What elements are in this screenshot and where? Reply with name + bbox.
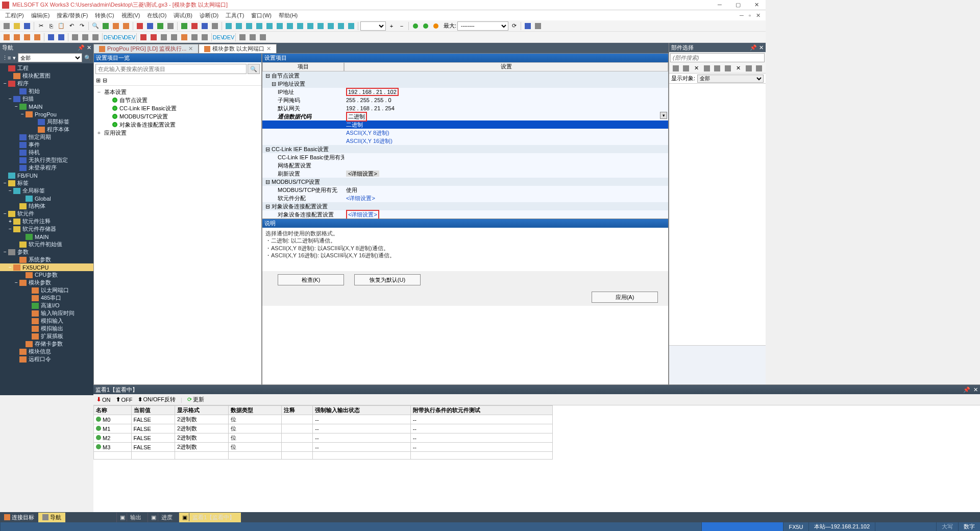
t2-j-icon[interactable] [139,33,148,42]
monitor-start-icon[interactable] [180,21,189,31]
nav-close-icon[interactable]: ✕ [87,44,91,51]
tb-j-icon[interactable] [316,21,325,31]
parts-ico-e[interactable] [713,64,722,73]
nav-item[interactable]: 远程口令 [0,355,93,363]
watch-col-header[interactable]: 附带执行条件的软元件测试 [410,406,552,415]
monitor-mode-icon[interactable] [200,21,209,31]
paste-icon[interactable]: 📋 [57,21,66,31]
parts-ico-f[interactable] [723,64,732,73]
rebuild-icon[interactable] [121,21,131,31]
menu-search[interactable]: 搜索/替换(F) [57,12,88,19]
grid-row[interactable]: 对象设备连接配置设置<详细设置> [262,210,668,219]
grid-row[interactable]: ⊟ MODBUS/TCP设置 [262,178,668,186]
grid-row[interactable]: 网络配置设置 [262,161,668,170]
tb-l-icon[interactable] [336,21,346,31]
nav-item[interactable]: 系统参数 [0,256,93,263]
tb-h-icon[interactable] [296,21,305,31]
nav-filter-combo[interactable]: 全部 [18,53,82,62]
t2-q-icon[interactable] [238,33,247,42]
grid-row[interactable]: IP地址192 . 168 . 21 . 102 [262,88,668,96]
nav-item[interactable]: −软元件 [0,210,93,218]
verify-icon[interactable] [156,21,165,31]
t2-n-icon[interactable] [180,33,189,42]
settings-tree[interactable]: −基本设置自节点设置CC-Link IEF Basic设置MODBUS/TCP设… [94,86,261,384]
nav-item[interactable]: −ProgPou [0,110,93,118]
remote-icon[interactable] [166,21,175,31]
menu-view[interactable]: 视图(V) [121,12,140,19]
tb-k-icon[interactable] [326,21,335,31]
nav-item[interactable]: −模块参数 [0,279,93,286]
grid-row[interactable]: MODBUS/TCP使用有无使用 [262,186,668,194]
nav-item[interactable]: 模块配置图 [0,72,93,80]
grid-row[interactable]: 通信数据代码二进制▾ [262,112,668,120]
nav-item[interactable]: 工程 [0,64,93,72]
save-icon[interactable] [22,21,32,31]
settings-tree-item[interactable]: MODBUS/TCP设置 [96,112,259,120]
open-icon[interactable] [12,21,21,31]
parts-search-input[interactable] [670,53,765,62]
nav-item[interactable]: 恒定周期 [0,133,93,141]
watch-col-header[interactable]: 强制输入输出状态 [313,406,410,415]
t2-dev1-icon[interactable]: DEV [105,33,114,42]
maximize-button[interactable]: ▢ [729,2,747,8]
menu-online[interactable]: 在线(O) [147,12,166,19]
watch-toggle-button[interactable]: ⬍ON/OFF反转 [138,396,176,403]
tb-c-icon[interactable] [244,21,254,31]
settings-tree-item[interactable]: 自节点设置 [96,96,259,104]
minimize-button[interactable]: ─ [710,2,729,8]
convert-icon[interactable] [101,21,110,31]
menu-window[interactable]: 窗口(W) [251,12,272,19]
help-icon[interactable] [523,21,532,31]
grid-row[interactable]: 软元件分配<详细设置> [262,194,668,202]
settings-tree-item[interactable]: 对象设备连接配置设置 [96,120,259,129]
nav-item[interactable]: CPU参数 [0,271,93,279]
status-green2-icon[interactable] [421,21,430,31]
menu-project[interactable]: 工程(P) [5,12,24,19]
collapse-all-icon[interactable]: ⊟ [103,77,107,84]
read-plc-icon[interactable] [145,21,155,31]
nav-item[interactable]: −参数 [0,248,93,256]
zoom-in-icon[interactable]: + [387,21,396,31]
menu-debug[interactable]: 调试(B) [174,12,192,19]
tb-a-icon[interactable] [224,21,233,31]
t2-f-icon[interactable] [57,33,66,42]
refresh-icon[interactable]: ⟳ [509,21,519,31]
parts-filter-combo[interactable]: 全部 [697,75,764,83]
nav-item[interactable]: 模块信息 [0,348,93,355]
nav-pin-icon[interactable]: 📌 [78,44,85,51]
tb-g-icon[interactable] [285,21,295,31]
parts-ico-b[interactable] [681,64,690,73]
expand-all-icon[interactable]: ⊞ [96,77,101,84]
watch-table[interactable]: 名称当前值显示格式数据类型注释强制输入输出状态附带执行条件的软元件测试 M0FA… [93,405,766,414]
redo-icon[interactable]: ↷ [77,21,86,31]
nav-item[interactable]: 待机 [0,149,93,156]
zoom-combo[interactable] [360,21,386,31]
t2-a-icon[interactable] [2,33,11,42]
nav-item[interactable]: FB/FUN [0,172,93,179]
close-button[interactable]: ✕ [747,2,766,8]
apply-button[interactable]: 应用(A) [592,292,658,303]
nav-item[interactable]: +软元件注释 [0,218,93,225]
nav-item[interactable]: −MAIN [0,103,93,110]
nav-item[interactable]: 485串口 [0,294,93,302]
nav-item[interactable]: −FX5UCPU [0,263,93,271]
nav-item[interactable]: 无执行类型指定 [0,156,93,164]
grid-row[interactable]: 二进制 [262,120,668,129]
nav-item[interactable]: −软元件存储器 [0,225,93,233]
settings-grid-body[interactable]: ⊟ 自节点设置⊟ IP地址设置IP地址192 . 168 . 21 . 102子… [262,71,668,219]
tb-d-icon[interactable] [255,21,264,31]
check-button[interactable]: 检查(K) [278,274,344,285]
menu-bar[interactable]: 工程(P) 编辑(E) 搜索/替换(F) 转换(C) 视图(V) 在线(O) 调… [0,10,766,20]
new-icon[interactable] [2,21,11,31]
t2-h-icon[interactable] [81,33,90,42]
parts-list[interactable] [669,84,766,345]
nav-item[interactable]: MAIN [0,233,93,240]
tb-m-icon[interactable] [347,21,356,31]
dropdown-arrow-icon[interactable]: ▾ [660,112,667,119]
settings-tree-item[interactable]: −基本设置 [96,88,259,96]
nav-item[interactable]: −标签 [0,179,93,187]
nav-item[interactable]: 事件 [0,141,93,149]
undo-icon[interactable]: ↶ [67,21,76,31]
build-icon[interactable] [111,21,120,31]
parts-ico-i[interactable] [755,64,764,73]
